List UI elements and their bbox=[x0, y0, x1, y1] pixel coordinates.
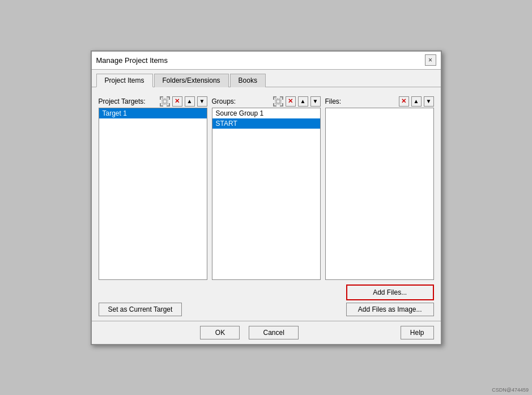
footer: OK Cancel Help bbox=[92, 321, 441, 344]
groups-header: Groups: ✕ ▲ ▼ bbox=[212, 96, 321, 107]
groups-up-button[interactable]: ▲ bbox=[298, 96, 308, 107]
up-arrow-icon: ▲ bbox=[187, 98, 193, 104]
project-targets-up-button[interactable]: ▲ bbox=[185, 96, 195, 107]
add-files-button[interactable]: Add Files... bbox=[346, 284, 434, 300]
up-arrow-icon: ▲ bbox=[414, 98, 419, 104]
files-delete-button[interactable]: ✕ bbox=[399, 96, 409, 107]
new-icon bbox=[275, 98, 282, 105]
title-bar: Manage Project Items × bbox=[92, 52, 441, 70]
project-targets-header: Project Targets: ✕ ▲ ▼ bbox=[99, 96, 207, 107]
new-icon bbox=[161, 98, 168, 105]
groups-new-button[interactable] bbox=[273, 96, 283, 107]
tab-project-items[interactable]: Project Items bbox=[96, 74, 153, 87]
manage-project-items-dialog: Manage Project Items × Project Items Fol… bbox=[91, 50, 442, 345]
files-label: Files: bbox=[325, 97, 397, 105]
files-up-button[interactable]: ▲ bbox=[411, 96, 422, 107]
files-section: Files: ✕ ▲ ▼ bbox=[325, 96, 434, 280]
list-item[interactable]: Target 1 bbox=[99, 108, 207, 118]
list-item[interactable]: START bbox=[212, 118, 320, 129]
lists-row: Project Targets: ✕ ▲ ▼ bbox=[99, 96, 434, 280]
footer-center-buttons: OK Cancel bbox=[99, 326, 401, 339]
project-targets-delete-button[interactable]: ✕ bbox=[172, 96, 182, 107]
files-header: Files: ✕ ▲ ▼ bbox=[325, 96, 434, 107]
tab-folders-extensions[interactable]: Folders/Extensions bbox=[154, 74, 229, 87]
close-button[interactable]: × bbox=[425, 54, 436, 66]
tab-books[interactable]: Books bbox=[230, 74, 266, 87]
down-arrow-icon: ▼ bbox=[199, 98, 205, 104]
bottom-actions: Set as Current Target Add Files... Add F… bbox=[99, 284, 434, 316]
delete-icon: ✕ bbox=[175, 97, 180, 105]
add-files-as-image-button[interactable]: Add Files as Image... bbox=[346, 303, 434, 316]
set-current-target-button[interactable]: Set as Current Target bbox=[99, 303, 182, 316]
files-down-button[interactable]: ▼ bbox=[424, 96, 434, 107]
groups-down-button[interactable]: ▼ bbox=[310, 96, 321, 107]
groups-delete-button[interactable]: ✕ bbox=[286, 96, 296, 107]
dialog-title: Manage Project Items bbox=[96, 56, 168, 65]
project-targets-new-button[interactable] bbox=[160, 96, 170, 107]
delete-icon: ✕ bbox=[288, 97, 293, 105]
down-arrow-icon: ▼ bbox=[313, 98, 318, 104]
project-targets-list[interactable]: Target 1 bbox=[99, 108, 207, 280]
watermark: CSDN@474459 bbox=[492, 387, 529, 393]
project-targets-label: Project Targets: bbox=[99, 97, 158, 105]
groups-section: Groups: ✕ ▲ ▼ bbox=[212, 96, 321, 280]
main-content: Project Targets: ✕ ▲ ▼ bbox=[92, 87, 441, 321]
groups-label: Groups: bbox=[212, 97, 271, 105]
cancel-button[interactable]: Cancel bbox=[249, 326, 298, 339]
project-targets-down-button[interactable]: ▼ bbox=[197, 96, 207, 107]
project-targets-section: Project Targets: ✕ ▲ ▼ bbox=[99, 96, 207, 280]
delete-icon: ✕ bbox=[401, 97, 406, 105]
up-arrow-icon: ▲ bbox=[300, 98, 306, 104]
tabs-bar: Project Items Folders/Extensions Books bbox=[92, 70, 441, 87]
down-arrow-icon: ▼ bbox=[426, 98, 432, 104]
list-item[interactable]: Source Group 1 bbox=[212, 108, 320, 118]
svg-rect-3 bbox=[276, 100, 280, 103]
footer-inner: OK Cancel Help bbox=[99, 326, 434, 339]
files-list[interactable] bbox=[325, 108, 434, 280]
help-button[interactable]: Help bbox=[401, 326, 434, 339]
svg-rect-1 bbox=[163, 100, 167, 103]
ok-button[interactable]: OK bbox=[200, 326, 240, 339]
files-action-buttons: Add Files... Add Files as Image... bbox=[346, 284, 434, 316]
groups-list[interactable]: Source Group 1 START bbox=[212, 108, 321, 280]
